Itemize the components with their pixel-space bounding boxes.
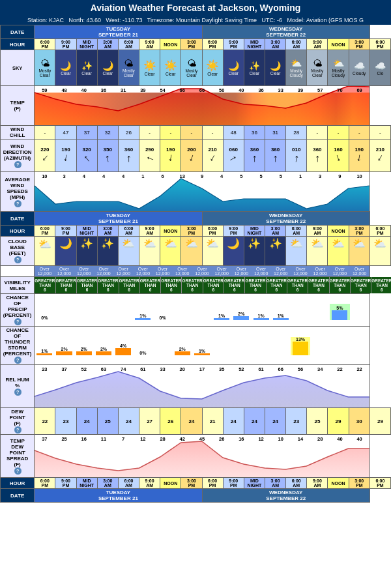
forecast-table: DATE TUESDAYSEPTEMBER 21 WEDNESDAYSEPTEM… [0, 25, 391, 503]
thunder-row: CHANCEOFTHUNDERSTORM(PERCENT)? 1% 2% 2% [1, 327, 391, 365]
relhum-row: REL HUM%? 23 37 [1, 365, 391, 408]
windspeed-row: AVERAGEWINDSPEEDS(MPH)? [1, 172, 391, 212]
date-row-1: DATE TUESDAYSEPTEMBER 21 WEDNESDAYSEPTEM… [1, 25, 391, 39]
dewpoint-row: DEWPOINT(F)? 22 23 24 25 24 27 26 24 21 … [1, 408, 391, 435]
winddir-row: WINDDIRECTION(AZIMUTH)? 220 ↑ 190 ↑ 320 … [1, 140, 391, 172]
temp-row: TEMP(F) [1, 86, 391, 126]
date-row-2: DATE TUESDAYSEPTEMBER 21 WEDNESDAYSEPTEM… [1, 212, 391, 226]
visibility-row: VISIBILITYMILES GREATERTHAN6 GREATERTHAN… [1, 277, 391, 294]
spread-row: TEMPDEWPOINTSPREAD(F)? 37 [1, 435, 391, 478]
hour-row-bottom: HOUR 6:00PM 9:00PM MIDNIGHT 3:00AM 6:00A… [1, 478, 391, 489]
date-row-bottom: DATE TUESDAYSEPTEMBER 21 WEDNESDAYSEPTEM… [1, 489, 391, 503]
precip-row: CHANCEOFPRECIP(PERCENT)? 0% 1% [1, 294, 391, 327]
page-title: Aviation Weather Forecast at Jackson, Wy… [0, 0, 391, 16]
sky-row: SKY 🌤 MostlyClear 🌙 Clear ✨ Clear 🌙 Clea… [1, 50, 391, 86]
svg-marker-3 [35, 441, 369, 477]
svg-marker-2 [35, 372, 369, 407]
windchill-row: WINDCHILL - 47 37 32 26 - - - - 48 36 31… [1, 126, 391, 140]
svg-marker-1 [35, 179, 369, 211]
cloudbase-values-row: Over12,000 Over12,000 Over12,000 Over12,… [1, 266, 391, 277]
hour-row-2: HOUR 6:00PM 9:00PM MIDNIGHT 3:00AM 6:00A… [1, 226, 391, 237]
station-info: Station: KJAC North: 43.60 West: -110.73… [0, 16, 391, 25]
hour-row-1: HOUR 6:00PM 9:00PM MIDNIGHT 3:00AM 6:00A… [1, 39, 391, 50]
cloudbase-row: CLOUDBASE(FEET)? ⛅ 🌙 ✨ ✨ ⛅ ⛅ ⛅ ⛅ ⛅ 🌙 ✨ ✨… [1, 237, 391, 266]
date-label: DATE [1, 25, 35, 39]
